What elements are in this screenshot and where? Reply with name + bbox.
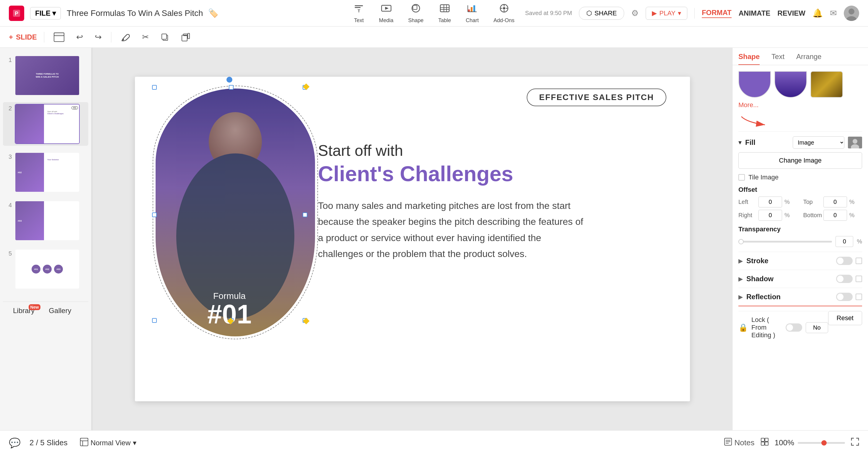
transparency-slider[interactable] [738,241,832,242]
chat-icon[interactable]: 💬 [9,437,21,449]
mail-icon[interactable]: ✉ [830,8,837,18]
reflection-section: ▶ Reflection [738,288,862,306]
grid-icon[interactable] [761,437,769,448]
image-shape-container[interactable]: Formula #01 [147,77,312,363]
slide-label-text: SLIDE [16,33,37,41]
svg-rect-9 [440,5,449,12]
user-avatar[interactable] [844,6,859,21]
tab-text[interactable]: Text [771,53,784,65]
slide-button[interactable]: + SLIDE [9,33,37,41]
change-image-button[interactable]: Change Image [738,152,862,169]
reflection-expand-icon[interactable]: ▶ [738,293,743,300]
notes-label: Notes [735,438,755,447]
more-swatches-link[interactable]: More... [738,101,758,109]
zoom-slider[interactable] [798,442,845,444]
fill-collapse-icon[interactable]: ▾ [738,139,742,147]
reflection-checkbox[interactable] [856,294,862,300]
tab-arrange[interactable]: Arrange [796,53,822,65]
top-bar: P FILE ▾ Three Formulas To Win A Sales P… [0,0,868,27]
offset-left-unit: % [784,199,790,205]
bottom-bar: 💬 2 / 5 Slides Normal View ▾ Notes 100% [0,430,868,455]
handle-bottom-left[interactable] [152,318,157,323]
transparency-thumb[interactable] [738,239,744,244]
slide-num-3: 3 [5,154,12,160]
notes-button[interactable]: Notes [724,437,755,448]
handle-top-center[interactable] [229,85,234,90]
share-button[interactable]: ⬡ SHARE [579,7,624,20]
format-tab[interactable]: FORMAT [702,8,732,18]
stroke-checkbox[interactable] [856,258,862,264]
chart-icon [467,3,478,16]
redo-icon[interactable]: ↪ [92,31,104,43]
fullscreen-icon[interactable] [851,437,859,448]
transparency-row: % [738,236,862,247]
title-emoji-icon[interactable]: 🏷️ [208,8,218,18]
rotate-handle[interactable] [226,77,232,83]
offset-left-input[interactable] [758,197,782,207]
swatch-purple-solid[interactable] [738,71,771,98]
bottom-right: Notes 100% [724,437,859,448]
no-button[interactable]: No [806,322,828,333]
undo-icon[interactable]: ↩ [74,31,85,43]
shadow-expand-icon[interactable]: ▶ [738,275,743,282]
canvas-area: EFFECTIVE SALES PITCH [93,48,732,430]
plus-icon: + [9,33,13,41]
stroke-toggle[interactable] [836,257,852,265]
fill-thumbnail [848,137,862,149]
addons-tool[interactable]: Add-Ons [494,3,515,24]
animate-tab[interactable]: ANIMATE [739,9,771,18]
slide-image-5: #01 #02 #03 [15,249,80,289]
cut-icon[interactable]: ✂ [140,31,151,43]
zoom-thumb[interactable] [822,440,827,446]
transparency-value-input[interactable] [836,236,853,247]
handle-top-left[interactable] [152,85,157,90]
offset-right-input[interactable] [758,210,782,221]
swatch-brown[interactable] [810,71,843,98]
copy-icon[interactable] [158,32,172,43]
offset-bottom-input[interactable] [824,210,847,221]
handle-mid-left[interactable] [152,213,157,217]
shadow-checkbox[interactable] [856,275,862,282]
library-tab[interactable]: Library New [6,302,42,320]
layout-icon[interactable] [51,31,67,43]
handle-mid-right[interactable] [303,213,307,217]
transparency-section: Transparency % [738,225,862,247]
slide-thumb-4[interactable]: 4 #03 [3,199,88,242]
play-button[interactable]: ▶ PLAY ▾ [646,7,687,20]
offset-bottom-unit: % [849,212,855,219]
lock-section: 🔒 Lock ( From Editing ) No [738,311,828,344]
paintbrush-icon[interactable] [118,31,132,43]
slide-thumb-2[interactable]: 2 #01 Start off with Client's Challenges [3,102,88,146]
gallery-tab[interactable]: Gallery [42,302,78,320]
fill-label: Fill [745,138,789,147]
slide-thumb-5[interactable]: 5 #01 #02 #03 [3,247,88,291]
paste-icon[interactable] [179,32,192,43]
svg-rect-16 [473,5,475,12]
shape-tool[interactable]: Shape [408,3,423,24]
tile-image-checkbox[interactable] [738,174,745,181]
chart-tool[interactable]: Chart [466,3,479,24]
svg-rect-32 [162,34,166,39]
tab-shape[interactable]: Shape [738,53,760,65]
notifications-icon[interactable]: 🔔 [812,8,823,18]
tile-image-label: Tile Image [748,173,779,181]
review-tab[interactable]: REVIEW [777,9,805,18]
slide-thumb-1[interactable]: 1 THREE FORMULAS TO WIN A SALES PITCH [3,54,88,97]
lock-toggle[interactable] [786,323,802,332]
view-selector[interactable]: Normal View ▾ [76,436,140,450]
fill-type-select[interactable]: Image None Solid Gradient Pattern [793,136,844,149]
reset-button[interactable]: Reset [828,311,862,325]
slide-thumb-3[interactable]: 3 Your Solution #02 [3,151,88,194]
reflection-toggle[interactable] [836,293,852,301]
shadow-toggle[interactable] [836,275,852,283]
tile-image-row: Tile Image [738,173,862,181]
swatch-purple-gradient[interactable] [774,71,807,98]
stroke-expand-icon[interactable]: ▶ [738,257,743,264]
gear-icon[interactable]: ⚙ [631,8,639,18]
table-tool[interactable]: Table [438,3,451,24]
media-tool[interactable]: Media [379,3,393,24]
offset-top-input[interactable] [824,197,847,207]
share-icon: ⬡ [586,9,592,17]
text-tool[interactable]: T Text [353,3,364,24]
file-button[interactable]: FILE ▾ [30,7,61,20]
